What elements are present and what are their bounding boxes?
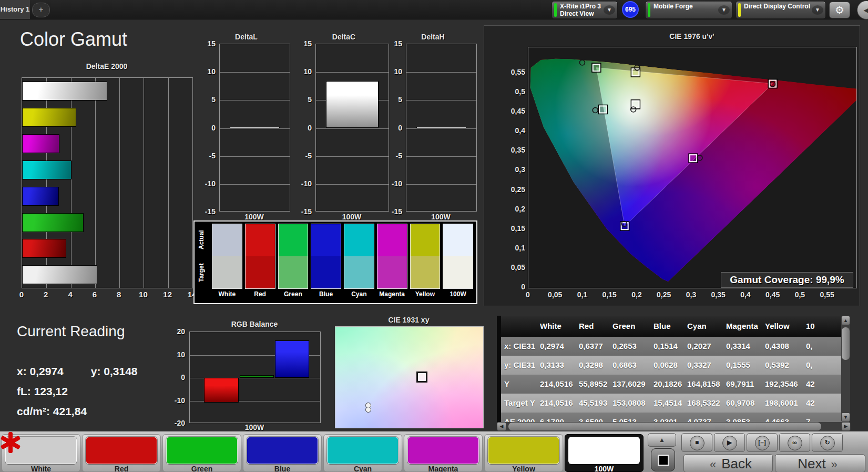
table-value-cell: 42 (803, 394, 844, 413)
play-button[interactable]: ▶ (714, 433, 745, 452)
y-tick-label: 0 (200, 124, 216, 132)
gridline (220, 156, 290, 157)
settings-button[interactable]: ⚙ (829, 2, 850, 18)
vertical-scroll-thumb[interactable] (842, 327, 850, 360)
expand-toolbar-button[interactable]: ▲ (648, 433, 676, 447)
gridline (220, 184, 290, 185)
rgb-balance-title: RGB Balance (189, 320, 320, 328)
x-tick-label: 0,1 (574, 290, 590, 299)
table-value-cell: 168,5322 (684, 394, 723, 413)
scroll-up-button[interactable]: ▲ (841, 316, 850, 325)
display-control-dropdown[interactable]: Direct Display Control ▼ (736, 1, 826, 19)
table-value-cell: 3,6500 (576, 413, 609, 422)
tab-history-1[interactable]: History 1 (0, 0, 30, 19)
back-button[interactable]: «Back (683, 454, 773, 472)
strip-column-100w: 100W (443, 224, 473, 301)
patch-button-red[interactable]: Red (82, 434, 161, 472)
table-value-cell: 3,0853 (723, 413, 762, 422)
reading-y-value: y: 0,3148 (91, 365, 138, 377)
deltah-x-label: 100W (406, 213, 476, 221)
stop-button[interactable]: ■ (681, 433, 712, 452)
strip-target-label: Target (198, 256, 209, 289)
patch-label: Yellow (485, 465, 563, 472)
bar-100w (230, 127, 280, 128)
meter-dropdown[interactable]: X-Rite i1Pro 3Direct View ▼ (552, 1, 618, 19)
gridline (316, 156, 389, 157)
table-value-cell: 0, (803, 337, 844, 356)
target-swatch-red (245, 256, 275, 289)
row-label-cell: y: CIE31 (501, 356, 537, 375)
arrow-up-icon: ▲ (659, 436, 665, 444)
deltal-y-axis: 151050-5-10-15 (200, 44, 218, 210)
strip-row-labels: Actual Target (198, 224, 209, 301)
scroll-left-button[interactable]: ◀ (497, 422, 506, 431)
step-button[interactable]: [–] (747, 433, 778, 452)
y-tick-label: 0 (501, 283, 525, 291)
patch-button-green[interactable]: Green (162, 434, 241, 472)
current-reading-xy: x: 0,2974y: 0,3148 (17, 365, 138, 378)
table-value-cell: 0,3298 (576, 356, 609, 375)
patch-swatch-red (86, 437, 157, 464)
table-value-cell: 164,8158 (684, 375, 723, 394)
y-tick-label: 15 (200, 39, 216, 48)
table-value-cell: 137,6029 (609, 375, 650, 394)
y-tick-label: 5 (386, 95, 402, 104)
table-value-cell: 153,0808 (609, 394, 650, 413)
strip-column-cyan: Cyan (344, 224, 374, 301)
y-tick-label: 10 (386, 67, 402, 76)
target-swatch-blue (311, 256, 341, 289)
x-tick-label: 0,5 (791, 290, 808, 299)
refresh-button[interactable]: ↻ (812, 433, 843, 452)
collapse-panel-button[interactable]: ◀ (857, 1, 868, 19)
patch-swatch-green (166, 437, 238, 464)
pattern-source-dropdown[interactable]: Mobile Forge ▼ (645, 1, 732, 19)
cie1931-title: CIE 1931 xy (335, 316, 483, 324)
patch-button-100w[interactable]: 100W (565, 434, 644, 472)
table-vertical-scrollbar[interactable]: ▲ ▼ (841, 316, 850, 422)
table-value-cell: 4,0737 (684, 413, 723, 422)
add-tab-button[interactable]: + (32, 3, 50, 17)
y-tick-label: 10 (200, 67, 216, 76)
cie1931-plot (335, 326, 484, 428)
x-tick-label: 2 (39, 290, 52, 299)
scroll-down-button[interactable]: ▼ (841, 413, 850, 422)
arrow-down-icon: ▼ (843, 415, 848, 420)
patch-button-blue[interactable]: Blue (243, 434, 322, 472)
strip-actual-label: Actual (198, 224, 209, 256)
y-tick-label: 0,5 (501, 87, 525, 96)
y-tick-label: 0,55 (501, 68, 525, 76)
strip-column-blue: Blue (311, 224, 341, 301)
target-swatch-yellow (410, 256, 441, 289)
window-pattern-button[interactable] (651, 448, 675, 471)
y-tick-label: 5 (200, 95, 216, 104)
gridline (406, 100, 476, 101)
deltae-bar-white (22, 265, 97, 284)
patch-label: Cyan (324, 465, 402, 472)
actual-swatch-yellow (410, 224, 441, 256)
gridline (316, 72, 389, 73)
patch-button-cyan[interactable]: Cyan (323, 434, 402, 472)
chevron-down-icon: ▼ (812, 5, 823, 15)
next-button[interactable]: Next» (775, 454, 865, 472)
y-tick-label: 0 (169, 373, 185, 381)
horizontal-scroll-thumb[interactable] (508, 423, 821, 430)
table-value-cell: 0,1555 (723, 356, 762, 375)
strip-column-magenta: Magenta (377, 224, 407, 301)
gridline (316, 128, 389, 129)
table-value-cell: 0,3133 (537, 356, 576, 375)
bar-100w (416, 127, 467, 128)
y-tick-label: -5 (200, 152, 216, 160)
x-tick-label: 0 (519, 290, 536, 299)
patch-button-magenta[interactable]: Magenta (404, 434, 483, 472)
table-horizontal-scrollbar[interactable]: ◀ ▶ (497, 422, 851, 431)
actual-swatch-blue (311, 224, 341, 256)
table-value-cell: 20,1826 (650, 375, 684, 394)
y-tick-label: 5 (296, 95, 312, 104)
table-header-cell: Blue (650, 316, 684, 337)
actual-swatch-100w (443, 224, 473, 256)
display-control-label: Direct Display Control (744, 3, 810, 10)
loop-button[interactable]: ∞ (779, 433, 810, 452)
gridline (220, 100, 290, 101)
scroll-right-button[interactable]: ▶ (841, 422, 851, 431)
patch-button-yellow[interactable]: Yellow (484, 434, 563, 472)
